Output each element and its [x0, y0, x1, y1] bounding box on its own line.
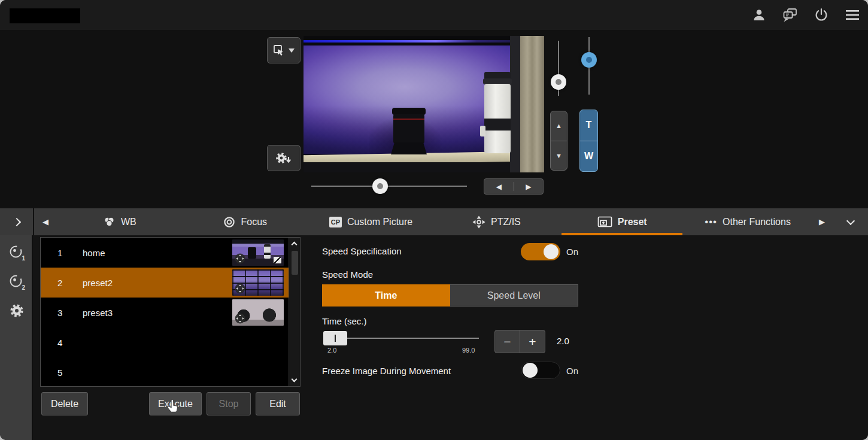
time-min-label: 2.0: [327, 347, 336, 354]
panel-collapse-button[interactable]: [833, 208, 868, 235]
ellipsis-icon: •••: [705, 216, 717, 228]
tab-custom-picture[interactable]: CP Custom Picture: [308, 208, 434, 235]
gear-icon: [8, 302, 25, 319]
speed-mode-time-option[interactable]: Time: [322, 284, 450, 307]
tab-label: PTZ/IS: [491, 217, 521, 227]
pan-slider-knob[interactable]: [372, 178, 388, 194]
tab-label: Other Functions: [723, 217, 791, 227]
freeze-image-label: Freeze Image During Movement: [322, 366, 451, 376]
preset-row-1[interactable]: 1 home: [41, 238, 289, 268]
pan-slider-track[interactable]: [311, 186, 467, 187]
tele-wide-rocker: T W: [579, 110, 598, 172]
time-stepper: − +: [494, 330, 545, 353]
preset-row-3[interactable]: 3 preset3: [41, 298, 289, 327]
stop-button[interactable]: Stop: [207, 392, 251, 415]
preset-row-4[interactable]: 4: [41, 327, 289, 357]
ptz-overlay-icon: [235, 253, 245, 264]
preset-list: 1 home 2 preset2 3 preset3: [40, 237, 301, 387]
gear-download-icon: [275, 151, 293, 165]
scroll-up-icon[interactable]: [292, 242, 298, 248]
preset-thumbnail: [232, 239, 284, 266]
speed-specification-state: On: [566, 247, 578, 257]
preset-icon: [597, 216, 612, 228]
preset-thumbnail: [232, 269, 284, 296]
speed-specification-toggle[interactable]: [521, 243, 560, 260]
tab-label: WB: [121, 217, 136, 227]
live-preview[interactable]: [304, 36, 544, 172]
tab-focus[interactable]: Focus: [183, 208, 308, 235]
topbar-icon-group: [751, 0, 861, 30]
camera-2-button[interactable]: 2: [0, 269, 33, 293]
camera-message-icon[interactable]: [782, 7, 799, 23]
hamburger-menu-icon[interactable]: [844, 7, 861, 23]
speed-mode-speed-level-option[interactable]: Speed Level: [450, 284, 579, 307]
camera-stage: ▲ ▼ T W ◀ ▶: [0, 30, 868, 208]
camera-sidebar: 1 2: [0, 235, 33, 440]
preset-list-scrollbar[interactable]: [289, 238, 300, 386]
settings-gear-button[interactable]: [0, 299, 33, 323]
function-tab-bar: ◀ WB Focus CP Custom Picture: [0, 208, 868, 235]
wb-icon: [103, 216, 116, 227]
chevron-down-icon: [846, 216, 855, 224]
wide-button[interactable]: W: [580, 141, 597, 172]
tabs-scroll-right-button[interactable]: ▶: [811, 208, 833, 235]
tab-preset-active[interactable]: Preset: [559, 208, 685, 235]
time-decrement-button[interactable]: −: [495, 330, 520, 353]
execute-button[interactable]: Execute: [149, 392, 202, 415]
down-arrow-button[interactable]: ▼: [551, 141, 567, 171]
focus-icon: [223, 216, 235, 228]
scrollbar-thumb[interactable]: [292, 251, 298, 275]
tab-label: Custom Picture: [347, 217, 412, 227]
zoom-slider-knob[interactable]: [581, 52, 597, 68]
chevron-down-icon: [289, 48, 295, 53]
app-window: ▲ ▼ T W ◀ ▶ ◀ WB: [0, 0, 868, 440]
pan-right-button[interactable]: ▶: [514, 183, 544, 191]
settings-load-button[interactable]: [267, 145, 301, 171]
delete-button[interactable]: Delete: [41, 392, 88, 415]
time-increment-button[interactable]: +: [520, 330, 545, 353]
ptz-overlay-icon: [235, 283, 245, 294]
preset-row-2-selected[interactable]: 2 preset2: [41, 268, 289, 298]
scroll-down-icon[interactable]: [292, 377, 298, 383]
tab-label: Preset: [618, 217, 647, 227]
ptz-arrows-icon: [472, 216, 485, 229]
time-sec-label: Time (sec.): [322, 316, 366, 326]
tab-wb[interactable]: WB: [57, 208, 183, 235]
exposure-overlay-icon: [274, 257, 281, 263]
tab-other-functions[interactable]: ••• Other Functions: [685, 208, 811, 235]
chevron-right-icon: [12, 217, 20, 226]
top-bar: [0, 0, 868, 30]
freeze-image-state: On: [566, 366, 578, 376]
cp-icon: CP: [329, 217, 342, 227]
fine-adjust-buttons: ▲ ▼: [550, 111, 567, 171]
app-logo: [10, 8, 80, 23]
tabs-scroll-left-button[interactable]: ◀: [34, 208, 57, 235]
tab-ptz-is[interactable]: PTZ/IS: [433, 208, 559, 235]
tele-button[interactable]: T: [580, 110, 597, 141]
freeze-image-toggle[interactable]: [521, 362, 560, 379]
speed-mode-segmented-control: Time Speed Level: [322, 284, 578, 307]
camera-1-button[interactable]: 1: [0, 240, 33, 264]
box-cursor-icon: [273, 44, 286, 57]
time-slider-handle[interactable]: [323, 331, 347, 345]
preset-row-5[interactable]: 5: [41, 357, 289, 387]
pan-step-buttons: ◀ ▶: [484, 178, 544, 195]
ptz-overlay-icon: [235, 313, 245, 324]
up-arrow-button[interactable]: ▲: [551, 111, 567, 141]
led-strip: [304, 40, 544, 43]
time-value: 2.0: [557, 336, 569, 346]
edit-button[interactable]: Edit: [256, 392, 300, 415]
user-profile-icon[interactable]: [751, 7, 767, 23]
speed-mode-label: Speed Mode: [322, 269, 373, 280]
speed-specification-label: Speed Specification: [322, 246, 402, 256]
pointer-mode-dropdown[interactable]: [267, 37, 301, 63]
preset-thumbnail: [232, 299, 284, 326]
sidebar-expand-button[interactable]: [0, 208, 34, 235]
preset-panel: 1 home 2 preset2 3 preset3: [34, 235, 868, 440]
power-icon[interactable]: [813, 7, 830, 23]
pan-left-button[interactable]: ◀: [484, 183, 514, 191]
tab-label: Focus: [241, 217, 267, 227]
time-max-label: 99.0: [462, 347, 475, 354]
focus-slider-knob[interactable]: [551, 74, 566, 90]
